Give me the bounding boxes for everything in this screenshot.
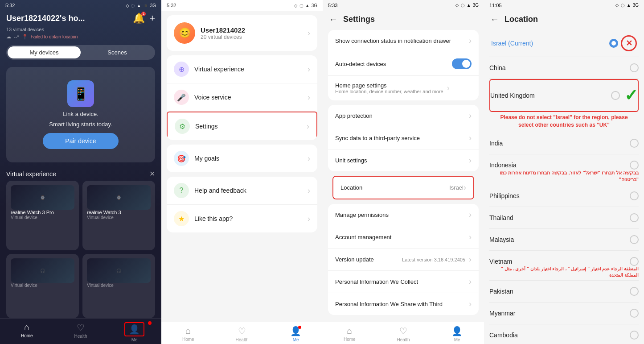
- radio-cambodia[interactable]: [630, 331, 639, 340]
- radio-philippines[interactable]: [630, 191, 639, 200]
- chevron-icon: ›: [464, 183, 466, 192]
- location-item-thailand[interactable]: Thailand: [489, 207, 639, 229]
- settings-list: Show connection status in notification d…: [323, 30, 484, 322]
- menu-item-settings[interactable]: ⚙ Settings ›: [167, 112, 317, 140]
- watch-image-2: ⌚: [87, 185, 151, 210]
- chevron-icon: ›: [469, 133, 472, 143]
- chevron-icon: ›: [469, 255, 472, 264]
- settings-row-unit[interactable]: Unit settings ›: [328, 149, 479, 171]
- location-item-philippines[interactable]: Philippines: [489, 185, 639, 207]
- status-bar-home: 5:32 ◇ ◌ ▲ ◾ 3G: [0, 0, 161, 11]
- menu-item-like[interactable]: ★ Like this app? ›: [167, 205, 317, 232]
- location-item-cambodia[interactable]: Cambodia: [489, 324, 639, 344]
- me-icon: 👤: [129, 324, 140, 334]
- location-icon: 📍: [22, 34, 28, 40]
- menu-item-voice[interactable]: 🎤 Voice service ›: [167, 83, 317, 112]
- chevron-icon: ›: [469, 299, 472, 309]
- chevron-icon: ›: [469, 277, 472, 286]
- me-icon: 👤: [451, 326, 463, 336]
- panel-location: 11:05 ◇ ◌ ▲ 3G ← Location Israel (Curren…: [484, 0, 644, 344]
- settings-row-version[interactable]: Version update Latest version 3.16.419.2…: [328, 249, 479, 271]
- profile-chevron-icon: ›: [308, 29, 310, 38]
- nav-health[interactable]: ♡ Health: [54, 322, 108, 342]
- location-item-indonesia: Indonesia בבקשה אל תבחרו "ישראל" לאזור, …: [489, 154, 639, 186]
- radio-india[interactable]: [630, 139, 639, 148]
- add-icon[interactable]: +: [149, 12, 155, 24]
- radio-vietnam[interactable]: [630, 257, 639, 266]
- p3-nav-home[interactable]: ⌂ Home: [323, 326, 377, 342]
- location-item-myanmar[interactable]: Myanmar: [489, 303, 639, 324]
- radio-pakistan[interactable]: [630, 287, 639, 296]
- settings-header: ← Settings: [323, 11, 484, 30]
- nav-home[interactable]: ⌂ Home: [0, 322, 54, 342]
- location-item-uk[interactable]: United Kingdom ✓: [490, 80, 638, 111]
- chevron-icon: ›: [308, 65, 310, 74]
- bottom-nav-me: ⌂ Home ♡ Health 👤 Me: [161, 322, 323, 344]
- location-list: Israel (Current) ✕ China United Kingdom …: [484, 30, 644, 344]
- close-virtual-exp-button[interactable]: ✕: [149, 170, 155, 178]
- radio-malaysia[interactable]: [630, 235, 639, 244]
- pair-device-button[interactable]: Pair device: [43, 133, 118, 149]
- red-x-button[interactable]: ✕: [621, 35, 637, 51]
- home-title: User18214022's ho...: [6, 14, 85, 23]
- annotation-area: Please do not select "Israel" for the re…: [489, 113, 639, 133]
- menu-item-help[interactable]: ? Help and feedback ›: [167, 177, 317, 205]
- chevron-icon: ›: [308, 154, 310, 163]
- watch-image-4: 🎧: [87, 258, 151, 283]
- location-item-china[interactable]: China: [489, 57, 639, 79]
- settings-row-manage-perm[interactable]: Manage permissions ›: [328, 204, 479, 226]
- tab-my-devices[interactable]: My devices: [8, 46, 81, 58]
- virtual-exp-header: Virtual experience ✕: [0, 166, 161, 181]
- settings-row-autodetect[interactable]: Auto-detect devices: [328, 52, 479, 76]
- goals-icon: 🎯: [177, 154, 186, 163]
- back-button[interactable]: ←: [329, 14, 338, 25]
- status-bar-settings: 5:33 ◇ ◌ ▲ 3G: [323, 0, 484, 11]
- menu-item-goals[interactable]: 🎯 My goals ›: [167, 145, 317, 172]
- settings-row-app-protection[interactable]: App protection ›: [328, 105, 479, 127]
- radio-indonesia[interactable]: [630, 161, 639, 170]
- link-text2: Smart living starts today.: [49, 121, 112, 128]
- link-text1: Link a device.: [63, 111, 98, 117]
- status-bar-me: 5:32 ◇ ◌ ▲ 3G: [161, 0, 323, 11]
- virtual-item-2[interactable]: ⌚ realme Watch 3 Virtual device: [82, 181, 155, 250]
- back-button-location[interactable]: ←: [490, 14, 499, 25]
- virtual-item-3[interactable]: 🎧 Virtual device: [6, 254, 79, 318]
- virtual-item-1[interactable]: ⌚ realme Watch 3 Pro Virtual device: [6, 181, 79, 250]
- radio-israel[interactable]: [609, 39, 618, 48]
- p2-nav-home[interactable]: ⌂ Home: [161, 326, 215, 342]
- settings-row-location[interactable]: Location Israel ›: [333, 177, 473, 199]
- home-header: User18214022's ho... 🔔 1 +: [0, 11, 161, 27]
- settings-row-homepage[interactable]: Home page settings Home location, device…: [328, 76, 479, 100]
- chevron-icon: ›: [308, 93, 310, 102]
- home-tabs: My devices Scenes: [6, 45, 155, 60]
- radio-myanmar[interactable]: [630, 309, 639, 318]
- virtual-item-4[interactable]: 🎧 Virtual device: [82, 254, 155, 318]
- location-item-israel: Israel (Current) ✕: [489, 30, 639, 57]
- home-icon: ⌂: [347, 326, 352, 336]
- p2-nav-health[interactable]: ♡ Health: [215, 326, 269, 342]
- settings-row-sync[interactable]: Sync data to a third-party service ›: [328, 127, 479, 149]
- settings-row-personal-share[interactable]: Personal Information We Share with Third…: [328, 293, 479, 315]
- p3-nav-me[interactable]: 👤 Me: [430, 326, 484, 342]
- profile-card[interactable]: 😊 User18214022 20 virtual devices ›: [167, 15, 317, 51]
- p3-nav-health[interactable]: ♡ Health: [377, 326, 431, 342]
- radio-uk[interactable]: [611, 91, 620, 100]
- voice-icon: 🎤: [177, 93, 186, 102]
- nav-me[interactable]: 👤 Me: [107, 322, 161, 342]
- location-item-pakistan[interactable]: Pakistan: [489, 281, 639, 303]
- settings-row-connection[interactable]: Show connection status in notification d…: [328, 30, 479, 52]
- settings-row-account[interactable]: Account management ›: [328, 226, 479, 249]
- settings-row-personal-info[interactable]: Personal Information We Collect ›: [328, 271, 479, 293]
- location-item-malaysia[interactable]: Malaysia: [489, 229, 639, 251]
- health-icon: ♡: [77, 322, 85, 333]
- autodetect-toggle[interactable]: [452, 58, 472, 69]
- menu-item-virtual-exp[interactable]: ⊕ Virtual experience ›: [167, 55, 317, 83]
- tab-scenes[interactable]: Scenes: [81, 46, 154, 58]
- location-highlight-box: Location Israel ›: [332, 176, 474, 199]
- location-item-india[interactable]: India: [489, 133, 639, 154]
- radio-thailand[interactable]: [630, 213, 639, 222]
- virtual-exp-icon: ⊕: [179, 65, 185, 74]
- menu-section-2: 🎯 My goals ›: [167, 145, 317, 172]
- p2-nav-me[interactable]: 👤 Me: [269, 326, 323, 342]
- radio-china[interactable]: [630, 63, 639, 72]
